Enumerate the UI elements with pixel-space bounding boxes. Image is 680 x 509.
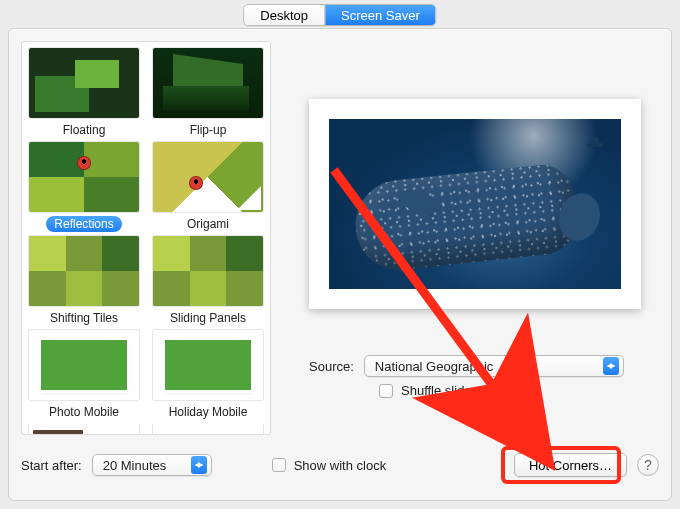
saver-label: Holiday Mobile — [161, 404, 256, 420]
start-after-popup[interactable]: 20 Minutes — [92, 454, 212, 476]
shuffle-row: Shuffle slide order — [379, 383, 506, 398]
saver-shifting-tiles[interactable]: Shifting Tiles — [28, 236, 140, 326]
updown-arrows-icon — [191, 456, 207, 474]
saver-label: Shifting Tiles — [42, 310, 126, 326]
saver-sliding-panels[interactable]: Sliding Panels — [152, 236, 264, 326]
saver-origami[interactable]: Origami — [152, 142, 264, 232]
saver-thumb-holiday-mobile — [153, 330, 263, 400]
saver-thumb-partial — [29, 424, 139, 435]
saver-floating[interactable]: Floating — [28, 48, 140, 138]
saver-thumb-sliding — [153, 236, 263, 306]
preferences-pane: Floating Flip-up Reflections Origami — [8, 28, 672, 501]
tab-screen-saver[interactable]: Screen Saver — [324, 5, 436, 25]
help-button[interactable]: ? — [637, 454, 659, 476]
source-value: National Geographic — [375, 359, 494, 374]
saver-thumb-photo-mobile — [29, 330, 139, 400]
saver-label: Sliding Panels — [162, 310, 254, 326]
saver-partial-b[interactable] — [152, 424, 264, 435]
shuffle-label: Shuffle slide order — [401, 383, 506, 398]
show-clock-label: Show with clock — [294, 458, 386, 473]
source-row: Source: National Geographic — [309, 355, 624, 377]
saver-thumb-floating — [29, 48, 139, 118]
hot-corners-button[interactable]: Hot Corners… — [514, 453, 627, 477]
updown-arrows-icon — [603, 357, 619, 375]
bottom-bar: Start after: 20 Minutes Show with clock … — [21, 442, 659, 488]
saver-thumb-origami — [153, 142, 263, 212]
saver-label: Origami — [179, 216, 237, 232]
saver-thumb-partial — [153, 424, 263, 435]
preview-image — [329, 119, 621, 289]
saver-photo-mobile[interactable]: Photo Mobile — [28, 330, 140, 420]
shuffle-checkbox[interactable] — [379, 384, 393, 398]
saver-reflections[interactable]: Reflections — [28, 142, 140, 232]
saver-label: Flip-up — [182, 122, 235, 138]
source-popup[interactable]: National Geographic — [364, 355, 624, 377]
tab-desktop[interactable]: Desktop — [244, 5, 324, 25]
show-clock-checkbox[interactable] — [272, 458, 286, 472]
screensaver-preview — [309, 99, 641, 309]
saver-thumb-reflections — [29, 142, 139, 212]
source-label: Source: — [309, 359, 354, 374]
start-after-value: 20 Minutes — [103, 458, 167, 473]
help-icon: ? — [644, 457, 652, 473]
saver-label: Reflections — [46, 216, 121, 232]
saver-thumb-flipup — [153, 48, 263, 118]
saver-flipup[interactable]: Flip-up — [152, 48, 264, 138]
saver-partial-a[interactable] — [28, 424, 140, 435]
start-after-label: Start after: — [21, 458, 82, 473]
tab-segmented-control: Desktop Screen Saver — [243, 4, 436, 26]
saver-label: Floating — [55, 122, 114, 138]
saver-label: Photo Mobile — [41, 404, 127, 420]
saver-thumb-shifting — [29, 236, 139, 306]
saver-holiday-mobile[interactable]: Holiday Mobile — [152, 330, 264, 420]
screensaver-list[interactable]: Floating Flip-up Reflections Origami — [21, 41, 271, 435]
